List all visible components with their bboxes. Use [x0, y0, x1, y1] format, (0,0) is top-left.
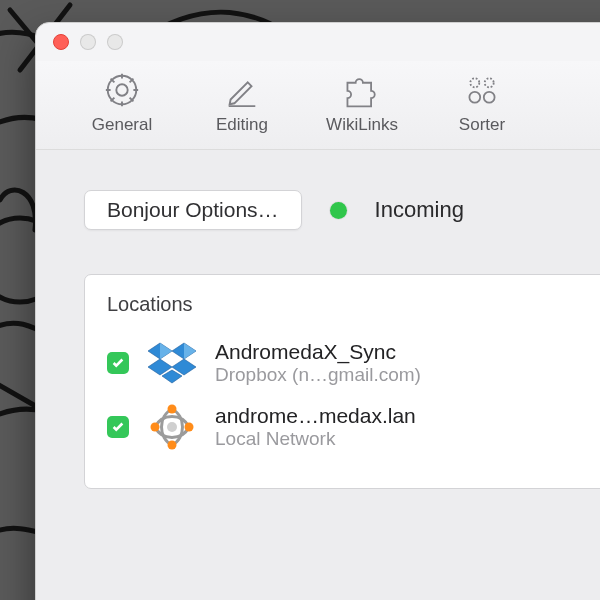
- svg-point-19: [151, 423, 160, 432]
- svg-point-18: [168, 441, 177, 450]
- svg-marker-15: [160, 343, 172, 359]
- location-subtitle: Dropbox (n…gmail.com): [215, 364, 421, 387]
- tab-wikilinks[interactable]: WikiLinks: [321, 71, 403, 135]
- window-minimize-button[interactable]: [80, 34, 96, 50]
- svg-point-7: [485, 78, 494, 87]
- location-text: androme…medax.lan Local Network: [215, 403, 416, 451]
- tab-label: Sorter: [459, 115, 505, 135]
- svg-point-3: [116, 84, 127, 95]
- location-row[interactable]: AndromedaX_Sync Dropbox (n…gmail.com): [107, 338, 600, 388]
- tab-sorter[interactable]: Sorter: [441, 71, 523, 135]
- svg-point-8: [469, 92, 480, 103]
- incoming-label: Incoming: [375, 197, 464, 223]
- preferences-toolbar: General Editing WikiLinks: [36, 61, 600, 150]
- window-zoom-button[interactable]: [107, 34, 123, 50]
- svg-marker-16: [184, 343, 196, 359]
- tab-label: Editing: [216, 115, 268, 135]
- sync-pane: Bonjour Options… Incoming Locations: [36, 150, 600, 600]
- sorter-icon: [458, 71, 506, 109]
- window-close-button[interactable]: [53, 34, 69, 50]
- location-subtitle: Local Network: [215, 428, 416, 451]
- svg-point-20: [185, 423, 194, 432]
- svg-point-6: [470, 78, 479, 87]
- tab-editing[interactable]: Editing: [201, 71, 283, 135]
- bonjour-options-button[interactable]: Bonjour Options…: [84, 190, 302, 230]
- panel-title: Locations: [107, 293, 600, 316]
- preferences-window: General Editing WikiLinks: [35, 22, 600, 600]
- dropbox-icon: [147, 338, 197, 388]
- svg-point-21: [167, 422, 177, 432]
- tab-general[interactable]: General: [81, 71, 163, 135]
- location-text: AndromedaX_Sync Dropbox (n…gmail.com): [215, 339, 421, 387]
- location-name: androme…medax.lan: [215, 403, 416, 428]
- location-row[interactable]: androme…medax.lan Local Network: [107, 402, 600, 452]
- bonjour-network-icon: [147, 402, 197, 452]
- tab-label: General: [92, 115, 152, 135]
- gear-icon: [98, 71, 146, 109]
- location-checkbox[interactable]: [107, 352, 129, 374]
- bonjour-row: Bonjour Options… Incoming: [84, 190, 600, 230]
- svg-point-17: [168, 405, 177, 414]
- location-name: AndromedaX_Sync: [215, 339, 421, 364]
- puzzle-icon: [338, 71, 386, 109]
- svg-point-4: [108, 76, 137, 105]
- svg-point-9: [484, 92, 495, 103]
- titlebar: [36, 23, 600, 61]
- tab-label: WikiLinks: [326, 115, 398, 135]
- locations-panel: Locations: [84, 274, 600, 489]
- pencil-icon: [218, 71, 266, 109]
- location-checkbox[interactable]: [107, 416, 129, 438]
- status-dot-green: [330, 202, 347, 219]
